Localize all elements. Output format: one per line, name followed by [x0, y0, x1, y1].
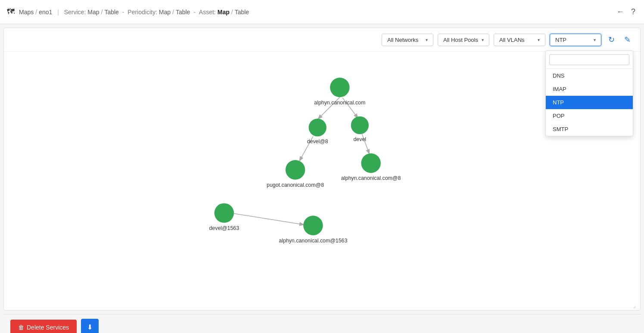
- vlans-label: All VLANs: [499, 37, 525, 43]
- bottom-bar: 🗑 Delete Services ⬇: [3, 314, 641, 333]
- delete-icon: 🗑: [18, 324, 24, 331]
- network-graph[interactable]: alphyn.canonical.com devel@8 devel pugot…: [4, 52, 640, 310]
- node-label-alphyn-canonical: alphyn.canonical.com: [314, 100, 365, 106]
- help-button[interactable]: ?: [629, 6, 637, 18]
- service-label: Service:: [64, 9, 86, 16]
- header: 🗺 Maps / eno1 | Service: Map / Table - P…: [0, 0, 644, 24]
- sep-6: /: [231, 9, 233, 16]
- service-table-link[interactable]: Table: [104, 9, 118, 16]
- node-alphyn-canonical[interactable]: [330, 78, 349, 97]
- filter-bar: All Networks ▾ All Host Pools ▾ All VLAN…: [4, 28, 640, 52]
- node-devel1563[interactable]: [215, 203, 234, 223]
- breadcrumb-eno1[interactable]: eno1: [39, 9, 52, 16]
- node-label-pugot-canonical8: pugot.canonical.com@8: [267, 182, 324, 188]
- vlans-dropdown[interactable]: All VLANs ▾: [494, 34, 545, 46]
- networks-chevron-icon: ▾: [426, 38, 428, 42]
- host-pools-dropdown[interactable]: All Host Pools ▾: [438, 34, 489, 46]
- node-label-alphyn-canonical8: alphyn.canonical.com@8: [341, 175, 401, 181]
- service-map-link[interactable]: Map: [87, 9, 99, 16]
- refresh-button[interactable]: ↻: [606, 33, 617, 46]
- asset-map-link[interactable]: Map: [218, 9, 230, 16]
- host-pools-label: All Host Pools: [443, 37, 478, 43]
- breadcrumb-sep-1: /: [35, 9, 37, 16]
- node-devel8[interactable]: [309, 119, 327, 136]
- service-dropdown-menu: DNS IMAP NTP POP SMTP: [545, 50, 633, 136]
- node-alphyn-canonical1563[interactable]: [303, 216, 323, 235]
- sep-5: -: [192, 9, 197, 16]
- main-container: All Networks ▾ All Host Pools ▾ All VLAN…: [3, 28, 641, 311]
- breadcrumb-maps[interactable]: Maps: [19, 9, 34, 16]
- node-alphyn-canonical8[interactable]: [361, 153, 380, 173]
- service-label: NTP: [555, 37, 566, 43]
- breadcrumb-divider: |: [56, 9, 60, 16]
- dropdown-search-container: [546, 51, 633, 69]
- download-button[interactable]: ⬇: [81, 319, 99, 333]
- header-actions: ← ?: [615, 6, 637, 18]
- dropdown-item-imap[interactable]: IMAP: [546, 82, 633, 96]
- networks-dropdown[interactable]: All Networks ▾: [382, 34, 433, 46]
- node-label-devel: devel: [353, 136, 366, 142]
- dropdown-item-ntp[interactable]: NTP: [546, 96, 633, 109]
- dropdown-item-smtp[interactable]: SMTP: [546, 123, 633, 136]
- breadcrumb: Maps / eno1 | Service: Map / Table - Per…: [19, 9, 249, 16]
- edit-button[interactable]: ✎: [622, 33, 633, 46]
- resize-handle[interactable]: ⌟: [633, 303, 638, 308]
- asset-label: Asset:: [199, 9, 216, 16]
- edge-devel1563-to-alphyn1563: [234, 214, 303, 225]
- node-label-devel1563: devel@1563: [209, 225, 239, 231]
- dropdown-item-pop[interactable]: POP: [546, 109, 633, 123]
- vlans-chevron-icon: ▾: [538, 38, 540, 42]
- node-devel[interactable]: [351, 116, 369, 134]
- sep-2: /: [101, 9, 103, 16]
- node-label-alphyn-canonical1563: alphyn.canonical.com@1563: [279, 238, 347, 244]
- periodicity-label: Periodicity:: [128, 9, 157, 16]
- graph-area: alphyn.canonical.com devel@8 devel pugot…: [4, 52, 640, 310]
- host-pools-chevron-icon: ▾: [482, 38, 484, 42]
- back-button[interactable]: ←: [615, 6, 626, 18]
- node-pugot-canonical8[interactable]: [286, 160, 305, 179]
- node-label-devel8: devel@8: [307, 138, 328, 145]
- networks-label: All Networks: [387, 37, 418, 43]
- periodicity-table-link[interactable]: Table: [176, 9, 190, 16]
- maps-icon: 🗺: [7, 7, 15, 16]
- delete-services-button[interactable]: 🗑 Delete Services: [10, 320, 77, 333]
- service-chevron-icon: ▾: [594, 38, 596, 42]
- dropdown-item-dns[interactable]: DNS: [546, 69, 633, 82]
- sep-3: -: [121, 9, 126, 16]
- asset-table-link[interactable]: Table: [235, 9, 249, 16]
- sep-4: /: [172, 9, 174, 16]
- periodicity-map-link[interactable]: Map: [159, 9, 171, 16]
- delete-label: Delete Services: [27, 324, 69, 331]
- dropdown-search-input[interactable]: [549, 54, 629, 65]
- download-icon: ⬇: [87, 323, 93, 331]
- service-dropdown[interactable]: NTP ▾: [550, 34, 601, 46]
